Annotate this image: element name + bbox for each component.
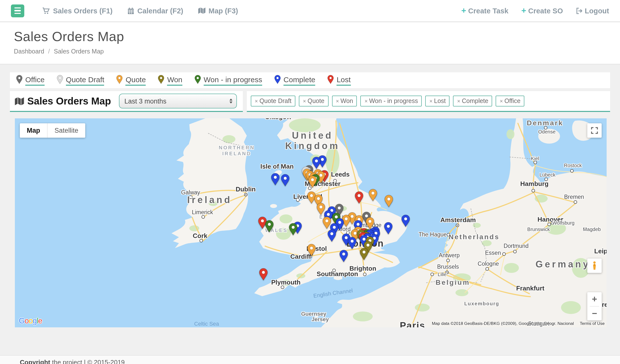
toolbar-title: Sales Orders Map — [15, 95, 111, 107]
breadcrumb-dashboard[interactable]: Dashboard — [14, 48, 44, 55]
remove-tag-icon[interactable]: × — [255, 98, 258, 104]
map-legend: Office Quote Draft Quote Won Won - in pr… — [10, 72, 610, 88]
order-marker-won_progress[interactable] — [265, 220, 274, 235]
map-type-map-button[interactable]: Map — [20, 123, 47, 138]
legend-item-won_progress[interactable]: Won - in progress — [194, 75, 262, 86]
map-pin-icon — [271, 173, 280, 186]
city-dot — [544, 178, 548, 181]
filter-tag-lost[interactable]: ×Lost — [425, 96, 450, 106]
plus-icon: + — [521, 6, 526, 15]
nav-map[interactable]: Map (F3) — [198, 7, 238, 15]
city-dot — [570, 169, 573, 173]
city-dot — [281, 286, 284, 289]
remove-tag-icon[interactable]: × — [429, 98, 433, 104]
remove-tag-icon[interactable]: × — [500, 98, 503, 104]
map-type-satellite-button[interactable]: Satellite — [47, 123, 85, 138]
content: Office Quote Draft Quote Won Won - in pr… — [0, 64, 620, 327]
period-select-value: Last 3 months — [124, 97, 167, 105]
period-select[interactable]: Last 3 months — [119, 94, 237, 108]
order-marker-quote[interactable] — [308, 176, 317, 190]
map-pin-icon — [56, 75, 63, 84]
map-pin-icon — [194, 75, 201, 84]
filter-tag-quote-draft[interactable]: ×Quote Draft — [251, 96, 295, 106]
nav-calendar-label: Calendar (F2) — [137, 7, 183, 15]
zoom-out-button[interactable]: − — [587, 307, 602, 320]
legend-item-complete[interactable]: Complete — [274, 75, 315, 86]
legend-item-office[interactable]: Office — [16, 75, 45, 86]
filter-tag-won[interactable]: ×Won — [332, 96, 357, 106]
legend-item-lost[interactable]: Lost — [327, 75, 351, 86]
city-dot — [547, 223, 551, 226]
page-header: Sales Orders Map Dashboard / Sales Order… — [0, 22, 620, 64]
map-pin-icon — [384, 222, 393, 235]
order-marker-complete[interactable] — [401, 215, 410, 230]
top-navbar: Sales Orders (F1) Calendar (F2) Map (F3)… — [0, 0, 620, 22]
order-marker-complete[interactable] — [384, 222, 393, 237]
create-task-button[interactable]: + Create Task — [461, 6, 508, 15]
order-marker-lost[interactable] — [355, 191, 364, 206]
pegman-button[interactable] — [587, 259, 602, 273]
plus-icon: + — [461, 6, 466, 15]
order-marker-complete[interactable] — [327, 229, 337, 244]
remove-tag-icon[interactable]: × — [457, 98, 460, 104]
map-pin-icon — [327, 75, 334, 84]
google-logo[interactable]: Google — [19, 316, 42, 325]
legend-item-quote_draft[interactable]: Quote Draft — [56, 75, 104, 86]
pegman-icon — [591, 261, 598, 270]
hamburger-menu-button[interactable] — [11, 4, 24, 17]
city-dot — [244, 193, 247, 197]
remove-tag-icon[interactable]: × — [365, 98, 368, 104]
filter-tag-complete[interactable]: ×Complete — [453, 96, 492, 106]
fullscreen-button[interactable] — [587, 123, 602, 138]
nav-calendar[interactable]: Calendar (F2) — [127, 7, 183, 15]
legend-label: Complete — [283, 75, 315, 86]
map-pin-icon — [307, 244, 316, 257]
logout-button[interactable]: Logout — [576, 7, 609, 15]
order-marker-won[interactable] — [359, 248, 369, 263]
order-marker-quote[interactable] — [384, 195, 394, 209]
calendar-icon — [127, 7, 134, 14]
filter-tag-won-in-progress[interactable]: ×Won - in progress — [361, 96, 422, 106]
select-arrows-icon — [229, 99, 232, 104]
app-page: Sales Orders (F1) Calendar (F2) Map (F3)… — [0, 0, 620, 364]
order-marker-quote[interactable] — [368, 188, 378, 203]
map-pin-icon — [259, 268, 268, 281]
order-marker-complete[interactable] — [271, 173, 280, 188]
city-dot — [456, 223, 459, 227]
footer-copyright: Copyright — [20, 359, 50, 364]
create-task-label: Create Task — [468, 7, 508, 15]
filter-tag-label: Quote Draft — [259, 98, 291, 104]
order-marker-won_progress[interactable] — [288, 223, 298, 238]
remove-tag-icon[interactable]: × — [336, 98, 339, 104]
filter-tag-label: Quote — [308, 98, 324, 104]
order-marker-quote[interactable] — [307, 244, 316, 259]
map-pin-icon — [339, 250, 349, 262]
city-dot — [332, 269, 336, 272]
legend-label: Won — [167, 75, 182, 86]
order-marker-complete[interactable] — [339, 250, 349, 264]
nav-links: Sales Orders (F1) Calendar (F2) Map (F3) — [42, 7, 238, 15]
remove-tag-icon[interactable]: × — [303, 98, 306, 104]
create-so-label: Create SO — [528, 7, 563, 15]
city-dot — [503, 252, 506, 256]
map-pin-icon — [158, 75, 165, 84]
zoom-in-button[interactable]: + — [587, 292, 602, 306]
map-attribution: Map data ©2018 GeoBasis-DE/BKG (©2009), … — [432, 321, 605, 326]
city-dot — [544, 126, 547, 130]
order-marker-complete[interactable] — [347, 237, 357, 252]
google-map[interactable]: GlasgowUnited KingdomNORTHERN IRELANDIsl… — [15, 118, 607, 327]
order-marker-lost[interactable] — [259, 268, 268, 283]
order-marker-complete[interactable] — [281, 174, 290, 189]
filter-tag-quote[interactable]: ×Quote — [299, 96, 328, 106]
create-so-button[interactable]: + Create SO — [521, 6, 563, 15]
legend-item-quote[interactable]: Quote — [116, 75, 146, 86]
terms-of-use-link[interactable]: Terms of Use — [580, 321, 605, 326]
page-title: Sales Orders Map — [14, 29, 606, 45]
map-pin-icon — [265, 220, 274, 233]
map-canvas — [15, 118, 607, 327]
nav-sales-orders[interactable]: Sales Orders (F1) — [42, 7, 113, 15]
legend-item-won[interactable]: Won — [158, 75, 182, 86]
filter-tag-label: Lost — [434, 98, 446, 104]
filter-tag-office[interactable]: ×Office — [496, 96, 525, 106]
city-dot — [551, 221, 555, 225]
